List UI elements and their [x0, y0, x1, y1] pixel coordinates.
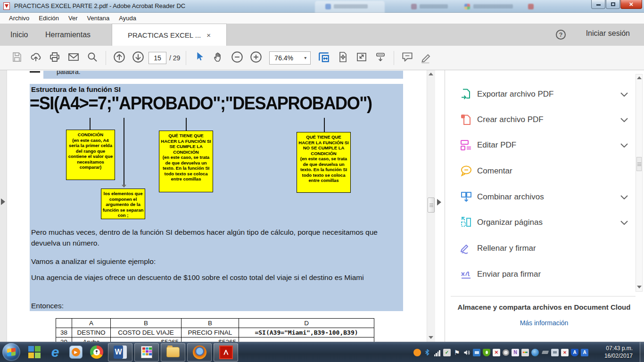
menu-ver[interactable]: Ver — [64, 14, 82, 23]
open-left-panel-icon[interactable] — [1, 198, 5, 205]
taskbar-spreadsheet-app[interactable] — [134, 343, 159, 362]
nitro-icon[interactable]: N — [512, 349, 519, 356]
bluetooth-icon[interactable] — [423, 349, 431, 356]
tool-edit-pdf[interactable]: Editar PDF — [445, 138, 629, 152]
open-tools-panel-icon[interactable] — [437, 199, 441, 206]
taskbar-secure-browser[interactable] — [86, 343, 107, 362]
scroll-up-icon[interactable] — [429, 73, 433, 75]
battery-plug-icon[interactable]: ✕ — [561, 349, 569, 356]
thumb-grip — [429, 205, 433, 206]
minimize-button[interactable] — [591, 0, 605, 9]
chevron-down-icon[interactable] — [620, 218, 628, 227]
action-center-flag-icon[interactable]: ⚑ — [453, 349, 461, 356]
maps-app-icon[interactable]: A — [581, 349, 588, 356]
table-row: 39 Aruba $5265 $5265 — [56, 337, 374, 342]
zoom-level-dropdown[interactable]: 76.4% ▾ — [269, 51, 311, 65]
page-number-input[interactable]: 15 — [149, 52, 166, 64]
background-window-hint — [411, 4, 417, 9]
fullscreen-button[interactable] — [352, 49, 371, 67]
defender-shield-icon[interactable]: A — [571, 349, 578, 356]
table-cell: DESTINO — [72, 328, 111, 337]
network-signal-icon[interactable] — [433, 349, 441, 356]
tool-combine-files[interactable]: Combinar archivos — [445, 190, 629, 204]
browser-keyhole-icon — [90, 346, 103, 359]
toolbar-divider — [186, 51, 186, 65]
creative-cloud-icon[interactable] — [503, 349, 509, 356]
chevron-down-icon[interactable] — [620, 115, 628, 124]
green-shield-icon[interactable] — [483, 349, 490, 356]
tab-herramientas[interactable]: Herramientas — [39, 24, 97, 46]
taskbar-clock[interactable]: 07:43 p.m. 16/02/2017 — [604, 345, 633, 360]
scrollbar-thumb[interactable] — [428, 197, 435, 213]
tab-inicio[interactable]: Inicio — [4, 24, 34, 46]
taskbar-acrobat-active[interactable] — [214, 343, 238, 362]
windows-update-icon[interactable] — [531, 349, 539, 356]
start-button[interactable] — [2, 343, 20, 361]
taskbar-file-explorer[interactable] — [161, 343, 185, 362]
tool-fill-sign[interactable]: Rellenar y firmar — [445, 241, 629, 255]
menu-ayuda[interactable]: Ayuda — [115, 14, 140, 23]
tab-document[interactable]: PRACTICAS EXCEL ... × — [112, 24, 227, 46]
close-button[interactable]: × — [620, 0, 642, 9]
highlight-tool-button[interactable] — [417, 49, 436, 67]
hide-toolbar-button[interactable] — [371, 49, 390, 67]
scroll-up-icon[interactable] — [637, 76, 642, 79]
document-scrollbar[interactable] — [427, 70, 435, 342]
next-page-button[interactable] — [129, 49, 148, 67]
circle-arrow-down-icon — [132, 50, 145, 66]
taskbar-internet-explorer[interactable]: e — [45, 343, 66, 362]
taskbar-media-player[interactable]: ▶ — [66, 343, 86, 362]
usb-device-icon[interactable]: ✓ — [443, 349, 451, 356]
display-settings-icon[interactable] — [473, 349, 480, 356]
tool-organize-pages[interactable]: Organizar páginas — [445, 215, 629, 230]
menu-ventana[interactable]: Ventana — [83, 14, 114, 23]
fit-page-button[interactable] — [333, 49, 352, 67]
chevron-down-icon[interactable] — [620, 90, 628, 99]
help-icon[interactable]: ? — [556, 30, 566, 40]
create-pdf-icon — [459, 114, 473, 126]
volume-icon[interactable] — [463, 349, 471, 356]
document-area[interactable]: palabra. Estructura de la función SI =SI… — [0, 70, 644, 342]
blocked-doc-icon[interactable]: ✕ — [493, 349, 500, 356]
zoom-in-button[interactable] — [247, 49, 265, 67]
scanner-icon[interactable] — [541, 349, 549, 356]
sidebar-scrollbar[interactable] — [636, 74, 643, 292]
more-info-link[interactable]: Más información — [449, 319, 639, 327]
tool-send-for-signature[interactable]: Enviar para firmar — [445, 267, 629, 281]
printer-tray-icon[interactable] — [521, 349, 529, 356]
tool-label: Crear archivo PDF — [477, 115, 620, 124]
tab-close-icon[interactable]: × — [206, 31, 211, 39]
previous-page-button[interactable] — [110, 49, 129, 67]
print-button[interactable] — [45, 49, 64, 67]
select-tool-button[interactable] — [190, 49, 209, 67]
zoom-out-button[interactable] — [228, 49, 247, 67]
comment-tool-button[interactable] — [398, 49, 417, 67]
share-button[interactable] — [26, 49, 45, 67]
maximize-button[interactable] — [606, 0, 620, 9]
hand-tool-button[interactable] — [209, 49, 228, 67]
scrollbar-thumb[interactable] — [636, 157, 642, 171]
email-button[interactable] — [64, 49, 83, 67]
menu-archivo[interactable]: Archivo — [5, 14, 33, 23]
menu-edicion[interactable]: Edición — [34, 14, 63, 23]
tool-export-pdf[interactable]: Exportar archivo PDF — [445, 87, 629, 101]
taskbar-pinned-office[interactable] — [24, 343, 45, 362]
search-button[interactable] — [83, 49, 102, 67]
fit-width-button[interactable] — [314, 49, 333, 67]
tool-label: Combinar archivos — [477, 192, 620, 202]
chevron-down-icon[interactable] — [620, 193, 628, 201]
taskbar-firefox[interactable] — [187, 343, 212, 362]
scroll-down-icon[interactable] — [637, 286, 642, 288]
tool-create-pdf[interactable]: Crear archivo PDF — [445, 113, 629, 127]
sign-in-button[interactable]: Iniciar sesión — [586, 29, 630, 38]
taskbar-word[interactable]: W — [108, 343, 132, 362]
projector-icon[interactable] — [551, 349, 559, 356]
chevron-down-icon[interactable] — [620, 141, 628, 149]
scroll-down-icon[interactable] — [429, 336, 433, 339]
window-titlebar[interactable]: PRACTICAS EXCEL PARTE 2.pdf - Adobe Acro… — [0, 0, 644, 13]
tool-comment[interactable]: Comentar — [445, 164, 629, 178]
save-button[interactable] — [8, 49, 26, 67]
windows-taskbar: e ▶ W — [0, 342, 644, 362]
show-desktop-button[interactable] — [640, 342, 644, 362]
tray-orange-app-icon[interactable] — [413, 349, 421, 356]
